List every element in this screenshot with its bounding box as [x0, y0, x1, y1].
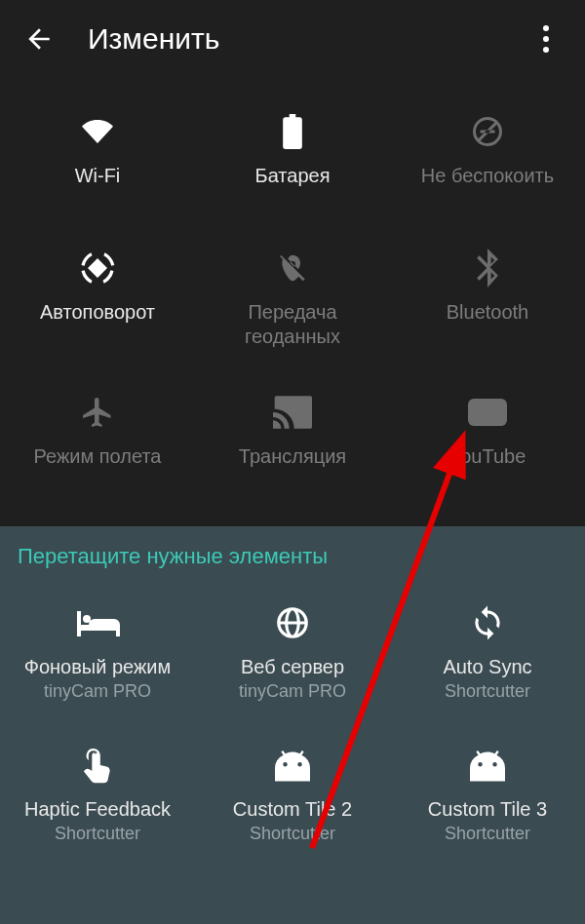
tile-youtube[interactable]: YouTube	[390, 368, 585, 505]
tile-sublabel: Shortcutter	[55, 824, 140, 844]
tile-sublabel: Shortcutter	[445, 824, 530, 844]
tile-label: Не беспокоить	[421, 164, 554, 188]
location-off-icon	[277, 244, 308, 292]
tile-label: Custom Tile 2	[233, 797, 352, 822]
drag-title: Перетащите нужные элементы	[0, 544, 585, 579]
tile-label: Auto Sync	[443, 655, 531, 679]
tile-dnd[interactable]: Не беспокоить	[390, 88, 585, 224]
tile-label: Wi-Fi	[75, 164, 121, 188]
tile-web-server[interactable]: Веб сервер tinyCam PRO	[195, 579, 390, 721]
tile-label: Custom Tile 3	[428, 797, 547, 822]
svg-rect-0	[468, 399, 507, 426]
tile-label: Haptic Feedback	[24, 797, 171, 822]
back-button[interactable]	[20, 19, 58, 58]
tile-airplane[interactable]: Режим полета	[0, 368, 195, 505]
wifi-icon	[78, 107, 117, 156]
tile-sublabel: Shortcutter	[250, 824, 335, 844]
tile-custom-3[interactable]: Custom Tile 3 Shortcutter	[390, 721, 585, 864]
android-icon	[275, 741, 310, 789]
dnd-icon	[470, 107, 505, 156]
tile-label: Автоповорот	[40, 300, 155, 325]
tile-sublabel: tinyCam PRO	[239, 681, 346, 702]
dot-icon	[543, 25, 549, 31]
screen: Изменить Wi-Fi Батарея	[0, 0, 585, 924]
tile-sublabel: tinyCam PRO	[44, 681, 151, 702]
dot-icon	[543, 36, 549, 42]
tile-haptic[interactable]: Haptic Feedback Shortcutter	[0, 721, 195, 864]
tile-label: Веб сервер	[241, 655, 344, 679]
youtube-icon	[468, 388, 507, 437]
tile-sublabel: Shortcutter	[445, 681, 530, 702]
dot-icon	[543, 47, 549, 53]
tile-custom-2[interactable]: Custom Tile 2 Shortcutter	[195, 721, 390, 864]
active-tiles: Wi-Fi Батарея Не беспокоить Автоповорот	[0, 78, 585, 505]
touch-icon	[81, 741, 114, 789]
bluetooth-icon	[475, 244, 500, 292]
tile-label: Bluetooth	[447, 300, 529, 325]
tile-location[interactable]: Передача геоданных	[195, 224, 390, 368]
tile-label: Трансляция	[239, 444, 346, 469]
android-icon	[470, 741, 505, 789]
globe-icon	[274, 598, 311, 647]
bed-icon	[75, 598, 120, 647]
tile-label: Фоновый режим	[24, 655, 172, 679]
tile-label: Передача геоданных	[200, 300, 385, 349]
tile-label: Батарея	[255, 164, 331, 188]
tile-label: Режим полета	[34, 444, 162, 469]
sync-icon	[469, 598, 506, 647]
tile-bluetooth[interactable]: Bluetooth	[390, 224, 585, 368]
battery-icon	[283, 107, 302, 156]
tile-auto-sync[interactable]: Auto Sync Shortcutter	[390, 579, 585, 721]
rotate-icon	[78, 244, 117, 292]
tile-label: YouTube	[449, 444, 526, 469]
tile-rotate[interactable]: Автоповорот	[0, 224, 195, 368]
page-title: Изменить	[88, 22, 219, 56]
header: Изменить	[0, 0, 585, 78]
drag-area: Перетащите нужные элементы Фоновый режим…	[0, 526, 585, 924]
tile-wifi[interactable]: Wi-Fi	[0, 88, 195, 224]
cast-icon	[273, 388, 312, 437]
tile-battery[interactable]: Батарея	[195, 88, 390, 224]
airplane-icon	[80, 388, 115, 437]
tile-bg-mode[interactable]: Фоновый режим tinyCam PRO	[0, 579, 195, 721]
tile-cast[interactable]: Трансляция	[195, 368, 390, 505]
more-button[interactable]	[526, 19, 566, 58]
